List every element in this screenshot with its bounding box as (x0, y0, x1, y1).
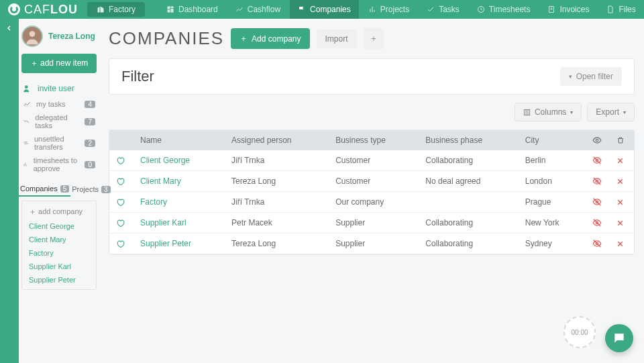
sidebar-timesheets-approve[interactable]: timesheets to approve 0 (19, 154, 99, 175)
nav-files[interactable]: Files (598, 0, 643, 19)
import-button[interactable]: Import (317, 30, 357, 48)
list-item[interactable]: Client Mary (22, 233, 96, 246)
timer-value: 00:00 (571, 329, 588, 336)
company-link[interactable]: Supplier Karl (140, 218, 186, 227)
nav-dashboard[interactable]: Dashboard (158, 0, 226, 19)
col-assigned[interactable]: Assigned person (225, 130, 329, 150)
more-button[interactable]: ＋ (364, 28, 384, 49)
list-item[interactable]: Factory (22, 246, 96, 260)
nav-tasks[interactable]: Tasks (419, 0, 468, 19)
back-stripe[interactable] (0, 19, 19, 363)
logo-text-post: LOU (50, 3, 78, 16)
invite-user-link[interactable]: invite user (19, 80, 99, 97)
delete-button[interactable] (610, 192, 634, 213)
logo-text: CAFLOU (24, 3, 78, 17)
arrow-in-icon (23, 100, 31, 108)
nav-companies[interactable]: Companies (290, 0, 359, 19)
visibility-toggle[interactable] (586, 213, 610, 234)
nav-invoices[interactable]: Invoices (539, 0, 597, 19)
open-filter-button[interactable]: ▾ Open filter (560, 67, 622, 86)
current-user[interactable]: Tereza Long (19, 25, 99, 54)
cell-btype: Our company (329, 192, 419, 213)
table-row: Client GeorgeJiří TrnkaCustomerCollabora… (109, 150, 634, 171)
nav-files-label: Files (619, 5, 635, 14)
username: Tereza Long (48, 32, 95, 41)
tab-projects[interactable]: Projects 3 (70, 182, 111, 197)
filter-panel: Filter ▾ Open filter (109, 58, 635, 95)
transfer-icon (23, 139, 29, 147)
delete-button[interactable] (610, 150, 634, 171)
fav-toggle[interactable] (109, 192, 133, 213)
company-switcher-label: Factory (109, 5, 136, 14)
add-company-button[interactable]: ＋ Add company (231, 28, 309, 49)
add-company-link[interactable]: ＋ add company (22, 204, 96, 219)
timer-widget[interactable]: 00:00 (564, 316, 596, 348)
dashboard-icon (166, 5, 174, 13)
sidebar-unsettled-transfers[interactable]: unsettled transfers 2 (19, 132, 99, 154)
col-fav (109, 130, 133, 150)
logo-icon (8, 3, 20, 15)
main-nav: Dashboard Cashflow Companies Projects Ta… (158, 0, 644, 19)
sidebar-my-tasks[interactable]: my tasks 4 (19, 97, 99, 111)
visibility-toggle[interactable] (586, 192, 610, 213)
columns-button[interactable]: Columns ▾ (515, 103, 582, 121)
list-item[interactable]: Supplier Peter (22, 273, 96, 287)
visibility-toggle[interactable] (586, 171, 610, 192)
chat-fab[interactable] (605, 324, 633, 352)
unsettled-count: 2 (85, 140, 95, 147)
add-new-item-label: add new item (40, 58, 88, 68)
cell-name: Supplier Peter (133, 234, 225, 254)
company-link[interactable]: Client Mary (140, 176, 181, 186)
company-link[interactable]: Supplier Peter (140, 239, 191, 248)
plus-icon: ＋ (239, 33, 248, 44)
logo[interactable]: CAFLOU (8, 3, 78, 17)
sidebar: Tereza Long ＋ add new item invite user m… (19, 19, 99, 363)
tab-companies-label: Companies (20, 185, 58, 193)
fav-toggle[interactable] (109, 213, 133, 234)
col-bphase[interactable]: Business phase (419, 130, 518, 150)
company-link[interactable]: Factory (140, 197, 167, 207)
col-city[interactable]: City (519, 130, 586, 150)
plus-icon: ＋ (370, 33, 378, 44)
nav-projects[interactable]: Projects (360, 0, 417, 19)
cell-assigned: Petr Macek (225, 213, 329, 234)
fav-toggle[interactable] (109, 234, 133, 254)
cell-assigned: Jiří Trnka (225, 192, 329, 213)
trash-icon (616, 136, 625, 144)
fav-toggle[interactable] (109, 171, 133, 192)
delegated-label: delegated tasks (35, 113, 79, 129)
list-item[interactable]: Client George (22, 219, 96, 233)
nav-timesheets-label: Timesheets (489, 5, 531, 14)
export-button[interactable]: Export ▾ (587, 103, 635, 121)
logo-text-pre: CAF (24, 3, 50, 16)
visibility-toggle[interactable] (586, 150, 610, 171)
list-item-label: Supplier Peter (29, 276, 76, 284)
tab-companies-count: 5 (60, 185, 70, 193)
svg-point-7 (596, 139, 598, 142)
chevron-down-icon: ▾ (623, 109, 626, 115)
add-company-label: add company (38, 207, 83, 215)
fav-toggle[interactable] (109, 150, 133, 171)
nav-dashboard-label: Dashboard (178, 5, 218, 14)
company-link[interactable]: Client George (140, 156, 190, 165)
page-header: COMPANIES ＋ Add company Import ＋ (109, 28, 635, 49)
nav-cashflow[interactable]: Cashflow (227, 0, 288, 19)
visibility-toggle[interactable] (586, 234, 610, 254)
svg-point-4 (30, 31, 36, 37)
add-new-item-button[interactable]: ＋ add new item (21, 54, 97, 73)
col-name[interactable]: Name (133, 130, 225, 150)
list-item[interactable]: Supplier Karl (22, 260, 96, 273)
tab-companies[interactable]: Companies 5 (19, 182, 70, 197)
back-arrow-icon (5, 24, 13, 32)
cell-assigned: Tereza Long (225, 171, 329, 192)
check-icon (427, 5, 435, 13)
nav-timesheets[interactable]: Timesheets (469, 0, 539, 19)
nav-tasks-label: Tasks (439, 5, 460, 14)
sidebar-delegated-tasks[interactable]: delegated tasks 7 (19, 111, 99, 132)
company-switcher[interactable]: Factory (87, 2, 145, 17)
list-item-label: Factory (29, 249, 54, 257)
delete-button[interactable] (610, 171, 634, 192)
delete-button[interactable] (610, 234, 634, 254)
delete-button[interactable] (610, 213, 634, 234)
col-btype[interactable]: Business type (329, 130, 419, 150)
